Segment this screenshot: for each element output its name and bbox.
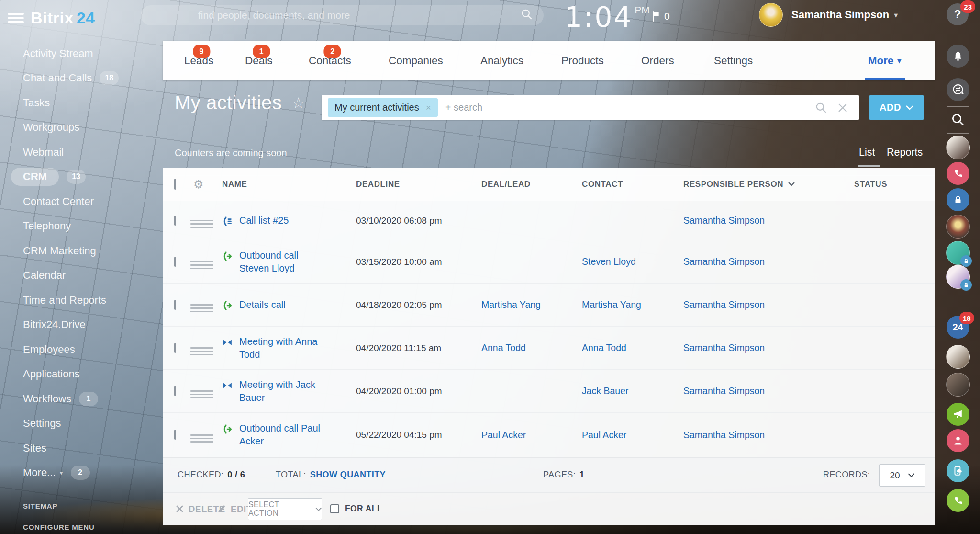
sidebar-item-tasks[interactable]: Tasks: [0, 91, 163, 115]
filter-clear-icon[interactable]: [837, 102, 848, 114]
grid-settings-gear-icon[interactable]: ⚙: [193, 178, 204, 191]
sidebar-item-more[interactable]: More...▾2: [0, 461, 163, 486]
global-search-input[interactable]: [141, 5, 521, 25]
tab-products[interactable]: Products: [561, 41, 604, 80]
recent-chat-avatar-locked[interactable]: [946, 265, 970, 289]
sidebar-item-chat-and-calls[interactable]: Chat and Calls18: [0, 66, 163, 91]
rail-search-button[interactable]: [951, 113, 965, 129]
activity-link[interactable]: Meeting with Jack Bauer: [239, 378, 328, 404]
records-per-page-select[interactable]: 20: [879, 464, 925, 487]
deadline-cell: 04/18/2020 02:05 pm: [347, 300, 473, 310]
sidebar-item-employees[interactable]: Employees: [0, 337, 163, 362]
sitemap-link[interactable]: SITEMAP: [23, 502, 57, 510]
recent-chat-avatar[interactable]: [946, 373, 970, 397]
edit-button[interactable]: EDIT: [217, 493, 252, 525]
col-responsible-person[interactable]: RESPONSIBLE PERSON: [675, 180, 846, 189]
sidebar-item-calendar[interactable]: Calendar: [0, 263, 163, 288]
flag-counter[interactable]: 0: [652, 11, 670, 22]
user-menu[interactable]: Samantha Simpson ▾: [759, 3, 898, 27]
hamburger-menu-icon[interactable]: [8, 13, 24, 25]
mobile-cloud-icon: [952, 465, 964, 477]
select-all-checkbox[interactable]: [174, 179, 176, 190]
row-menu-icon[interactable]: [190, 261, 213, 269]
messenger-button[interactable]: [947, 78, 969, 101]
add-button[interactable]: ADD: [869, 95, 924, 120]
flag-count: 0: [664, 11, 670, 22]
activity-link[interactable]: Meeting with Anna Todd: [239, 335, 328, 361]
notifications-bell-button[interactable]: [947, 45, 969, 68]
sidebar-item-workgroups[interactable]: Workgroups: [0, 115, 163, 140]
tab-more[interactable]: More ▾: [868, 41, 901, 80]
view-tab-reports[interactable]: Reports: [887, 147, 923, 159]
mobile-app-button[interactable]: [947, 459, 969, 482]
sidebar-item-activity-stream[interactable]: Activity Stream: [0, 41, 163, 66]
search-icon[interactable]: [521, 8, 533, 23]
filter-chip[interactable]: My current activities ×: [328, 98, 438, 117]
row-checkbox[interactable]: [174, 386, 176, 396]
show-quantity-link[interactable]: SHOW QUANTITY: [310, 469, 386, 480]
tab-leads[interactable]: Leads9: [184, 41, 213, 80]
bitrix24-counter-button[interactable]: 24 18: [947, 316, 969, 339]
callback-button[interactable]: [947, 489, 969, 512]
telephony-call-button[interactable]: [947, 162, 969, 185]
favorite-star-icon[interactable]: ☆: [291, 94, 305, 112]
sidebar-item-crm-marketing[interactable]: CRM Marketing: [0, 239, 163, 263]
sidebar-item-telephony[interactable]: Telephony: [0, 214, 163, 239]
filter-search-input[interactable]: [438, 102, 815, 113]
sidebar-item-bitrix24-drive[interactable]: Bitrix24.Drive: [0, 313, 163, 338]
row-menu-icon[interactable]: [190, 220, 213, 228]
tab-deals[interactable]: Deals1: [245, 41, 273, 80]
sidebar-item-sites[interactable]: Sites: [0, 436, 163, 461]
filter-search-icon[interactable]: [815, 102, 827, 114]
activity-link[interactable]: Call list #25: [239, 214, 289, 227]
tab-companies[interactable]: Companies: [389, 41, 443, 80]
row-menu-icon[interactable]: [190, 390, 213, 398]
sidebar-item-settings[interactable]: Settings: [0, 411, 163, 436]
tab-settings[interactable]: Settings: [714, 41, 753, 80]
sidebar-item-time-and-reports[interactable]: Time and Reports: [0, 288, 163, 313]
row-checkbox[interactable]: [174, 300, 176, 310]
recent-chat-avatar[interactable]: [946, 345, 970, 369]
table-row[interactable]: Call list #25 03/10/2020 06:08 pm Samant…: [163, 201, 935, 240]
help-button[interactable]: ? 23: [947, 3, 969, 25]
recent-chat-avatar[interactable]: [946, 136, 970, 159]
filter-bar[interactable]: My current activities ×: [322, 95, 859, 120]
table-row[interactable]: Outbound call Steven Lloyd 03/15/2020 10…: [163, 240, 935, 284]
tab-contacts[interactable]: Contacts2: [309, 41, 351, 80]
row-checkbox[interactable]: [174, 343, 176, 353]
sidebar-item-webmail[interactable]: Webmail: [0, 140, 163, 165]
tab-analytics[interactable]: Analytics: [480, 41, 523, 80]
table-row[interactable]: Meeting with Anna Todd 04/20/2020 11:15 …: [163, 327, 935, 370]
contacts-button[interactable]: [947, 429, 969, 452]
activity-link[interactable]: Details call: [239, 298, 286, 311]
table-row[interactable]: Details call 04/18/2020 02:05 pm Martish…: [163, 284, 935, 327]
row-menu-icon[interactable]: [190, 304, 213, 312]
announcements-button[interactable]: [947, 403, 969, 426]
recent-chat-avatar-locked[interactable]: [946, 241, 970, 265]
tab-orders[interactable]: Orders: [641, 41, 674, 80]
chip-close-icon[interactable]: ×: [426, 102, 431, 113]
sidebar-item-contact-center[interactable]: Contact Center: [0, 189, 163, 214]
row-checkbox[interactable]: [174, 257, 176, 267]
row-menu-icon[interactable]: [190, 434, 213, 443]
activity-link[interactable]: Outbound call Steven Lloyd: [239, 249, 328, 275]
activity-link[interactable]: Outbound call Paul Acker: [239, 422, 328, 448]
recent-chat-avatar[interactable]: [946, 215, 970, 239]
logo[interactable]: Bitrix24: [31, 9, 95, 27]
sidebar-item-crm[interactable]: CRM13: [0, 165, 163, 190]
lock-button[interactable]: [947, 188, 969, 211]
select-action-dropdown[interactable]: SELECT ACTION: [248, 498, 322, 520]
sidebar-item-workflows[interactable]: Workflows1: [0, 386, 163, 411]
sidebar-item-applications[interactable]: Applications: [0, 362, 163, 387]
configure-menu-link[interactable]: CONFIGURE MENU: [23, 523, 95, 531]
table-row[interactable]: Outbound call Paul Acker 05/22/2020 04:1…: [163, 413, 935, 457]
for-all-checkbox[interactable]: [330, 504, 339, 513]
row-menu-icon[interactable]: [190, 347, 213, 355]
chevron-down-icon: [906, 105, 913, 110]
row-checkbox[interactable]: [174, 430, 176, 440]
total-label: TOTAL:: [276, 470, 306, 480]
clock[interactable]: 1:04PM: [565, 1, 650, 34]
row-checkbox[interactable]: [174, 216, 176, 226]
view-tab-list[interactable]: List: [859, 147, 875, 159]
table-row[interactable]: Meeting with Jack Bauer 04/20/2020 01:00…: [163, 370, 935, 413]
